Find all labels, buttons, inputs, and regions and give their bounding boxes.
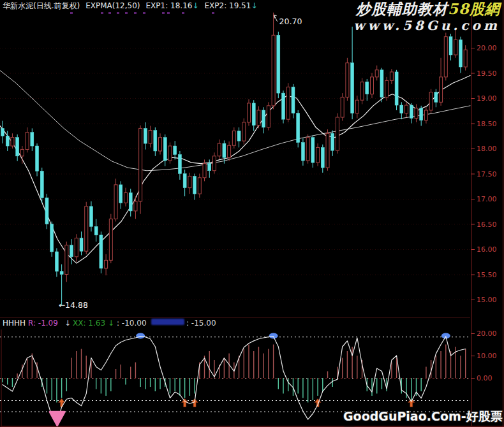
main-chart-canvas[interactable]: 20.0019.5019.0018.5018.0017.5017.0016.50… [0, 0, 504, 427]
candle-down [351, 27, 354, 119]
threshold-value-2: : -15.00 [186, 319, 216, 328]
expma-fast-line [0, 75, 470, 263]
tiny-purple-mark [162, 12, 165, 14]
candle-up [257, 106, 260, 129]
threshold-value-1: : -10.00 [117, 319, 147, 328]
candle-down [434, 89, 438, 107]
candle-up [341, 93, 344, 120]
candle-down [301, 138, 304, 166]
histogram-layer [3, 345, 466, 403]
tiny-purple-mark [70, 12, 73, 14]
candle-up [464, 45, 467, 71]
price-axis-label: 15.00 [477, 296, 497, 304]
candle-up [248, 99, 251, 126]
price-axis-label: 16.50 [477, 221, 497, 229]
candle-down [400, 102, 403, 119]
candle-up [272, 13, 275, 110]
candle-down [297, 110, 300, 147]
candle-down [410, 103, 413, 124]
candle-down [420, 106, 423, 126]
candle-down [60, 264, 63, 306]
candle-up [168, 143, 172, 164]
price-axis-label: 17.50 [477, 170, 497, 178]
sub-axis-label: 0.00 [477, 374, 493, 382]
candle-down [70, 239, 73, 264]
candle-down [292, 84, 295, 119]
candle-down [119, 181, 122, 208]
price-axis-label: 15.50 [477, 271, 497, 279]
candle-down [174, 141, 177, 159]
xx-value: XX: 1.63 [73, 319, 105, 328]
candle-up [65, 242, 68, 282]
candle-down [193, 174, 196, 200]
tiny-purple-mark [167, 12, 170, 14]
candle-down [237, 127, 241, 148]
candle-down [16, 134, 19, 161]
candle-down [163, 134, 167, 166]
candle-up [415, 104, 418, 122]
sub-axis-label: 20.00 [477, 329, 497, 338]
candle-up [149, 126, 152, 147]
candle-up [11, 133, 14, 148]
candle-up [440, 58, 443, 106]
candle-up [232, 127, 235, 148]
candle-up [286, 83, 290, 122]
tiny-purple-mark [212, 12, 214, 14]
candle-down [144, 122, 147, 150]
candle-up [371, 73, 374, 99]
buy-arrow-marker [182, 399, 188, 407]
candle-up [306, 134, 309, 164]
high-price-annotation: 20.70 [279, 17, 302, 26]
sub-indicator-header: HHHH R: -1.09 ↓ XX: 1.63 ↓ : -10.00 : -1… [0, 319, 470, 329]
price-axis-label: 18.00 [477, 145, 497, 153]
tiny-purple-mark [108, 12, 111, 14]
candle-down [183, 170, 186, 196]
candle-down [459, 37, 462, 73]
candle-down [380, 68, 383, 103]
candle-up [336, 113, 339, 154]
candle-down [89, 201, 93, 231]
tiny-purple-mark [101, 12, 103, 14]
candle-up [105, 254, 108, 275]
candle-up [375, 66, 378, 81]
candle-down [55, 248, 58, 277]
candle-down [178, 151, 181, 180]
candle-up [267, 102, 270, 130]
candle-down [36, 143, 39, 176]
watermark-site-url: www.58Gu.com [353, 17, 500, 34]
r-value: R: -1.09 [28, 319, 58, 328]
watermark-bottom-right: GoodGuPiao.Com-好股票网 [343, 409, 504, 427]
blue-highlight-smudge [151, 319, 184, 325]
watermark-site-name: 炒股輔助教材58股網 [353, 0, 500, 17]
candle-up [114, 178, 117, 221]
tiny-purple-mark [117, 12, 119, 14]
candle-up [346, 58, 349, 101]
candle-up [198, 174, 201, 198]
candle-up [26, 127, 29, 153]
price-axis-label: 19.00 [477, 94, 497, 103]
candle-up [390, 69, 393, 84]
title-bar: 华新水泥(日线.前复权) EXPMA(12,50) EXP1: 18.16↓ E… [3, 1, 257, 11]
candle-down [1, 121, 4, 144]
price-axis-label: 17.00 [477, 195, 497, 203]
candle-down [395, 70, 398, 110]
price-axis-label: 16.00 [477, 245, 497, 254]
candle-down [80, 231, 83, 255]
stock-title: 华新水泥(日线.前复权) [3, 1, 80, 11]
down-arrow-icon: ↓ [64, 319, 71, 328]
candle-down [100, 231, 103, 273]
candle-up [360, 78, 364, 104]
candle-up [218, 140, 221, 160]
chart-app-screen: 20.0019.5019.0018.5018.0017.5017.0016.50… [0, 0, 504, 427]
candle-up [385, 77, 389, 101]
candle-down [311, 135, 315, 168]
candle-down [449, 34, 452, 61]
candle-down [252, 100, 255, 131]
sub-indicator-title: HHHH [3, 319, 26, 328]
candle-up [85, 202, 88, 254]
expma-slow-line [0, 71, 470, 171]
candle-down [154, 127, 157, 156]
candle-down [282, 90, 285, 123]
candle-down [31, 128, 34, 151]
candle-down [129, 189, 132, 216]
